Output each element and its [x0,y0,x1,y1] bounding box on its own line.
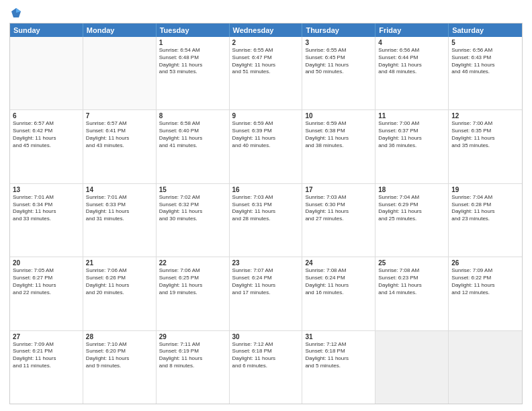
calendar-cell: 19Sunrise: 7:04 AM Sunset: 6:28 PM Dayli… [449,184,522,257]
day-number: 17 [305,186,372,193]
day-number: 1 [159,39,226,46]
calendar-cell: 17Sunrise: 7:03 AM Sunset: 6:30 PM Dayli… [302,184,375,257]
day-number: 30 [232,333,300,340]
calendar-row-1: 1Sunrise: 6:54 AM Sunset: 6:48 PM Daylig… [10,37,522,109]
cell-info: Sunrise: 7:00 AM Sunset: 6:35 PM Dayligh… [451,120,519,149]
calendar-cell: 31Sunrise: 7:12 AM Sunset: 6:18 PM Dayli… [302,331,375,404]
logo-flag-icon [10,7,22,19]
calendar-cell: 30Sunrise: 7:12 AM Sunset: 6:18 PM Dayli… [230,331,303,404]
calendar-body: 1Sunrise: 6:54 AM Sunset: 6:48 PM Daylig… [10,37,522,404]
cell-info: Sunrise: 7:10 AM Sunset: 6:20 PM Dayligh… [86,341,153,370]
cell-info: Sunrise: 7:03 AM Sunset: 6:31 PM Dayligh… [232,194,300,223]
day-number: 19 [451,186,519,193]
calendar-cell: 11Sunrise: 7:00 AM Sunset: 6:37 PM Dayli… [375,110,449,183]
day-number: 2 [232,39,300,46]
cell-info: Sunrise: 7:09 AM Sunset: 6:22 PM Dayligh… [451,267,519,296]
day-number: 4 [378,39,445,46]
day-number: 24 [305,259,372,267]
cell-info: Sunrise: 7:12 AM Sunset: 6:18 PM Dayligh… [232,341,300,370]
cell-info: Sunrise: 6:56 AM Sunset: 6:44 PM Dayligh… [378,47,445,76]
calendar-cell: 25Sunrise: 7:08 AM Sunset: 6:23 PM Dayli… [375,257,449,330]
day-number: 23 [232,259,300,267]
cell-info: Sunrise: 7:01 AM Sunset: 6:34 PM Dayligh… [13,194,80,223]
calendar-cell: 15Sunrise: 7:02 AM Sunset: 6:32 PM Dayli… [157,184,230,257]
calendar-cell [10,37,83,109]
cell-info: Sunrise: 7:02 AM Sunset: 6:32 PM Dayligh… [159,194,226,223]
cell-info: Sunrise: 7:09 AM Sunset: 6:21 PM Dayligh… [13,341,80,370]
day-number: 12 [451,112,519,120]
cell-info: Sunrise: 7:05 AM Sunset: 6:27 PM Dayligh… [13,267,80,296]
logo [9,7,22,19]
calendar-cell: 20Sunrise: 7:05 AM Sunset: 6:27 PM Dayli… [10,257,83,330]
day-number: 13 [13,186,80,193]
calendar-cell: 9Sunrise: 6:59 AM Sunset: 6:39 PM Daylig… [230,110,303,183]
cell-info: Sunrise: 6:56 AM Sunset: 6:43 PM Dayligh… [451,47,519,76]
cell-info: Sunrise: 7:04 AM Sunset: 6:29 PM Dayligh… [378,194,445,223]
cell-info: Sunrise: 7:08 AM Sunset: 6:24 PM Dayligh… [305,267,372,296]
day-number: 6 [13,112,80,120]
calendar-cell: 13Sunrise: 7:01 AM Sunset: 6:34 PM Dayli… [10,184,83,257]
calendar-cell: 14Sunrise: 7:01 AM Sunset: 6:33 PM Dayli… [83,184,157,257]
page-header [9,7,523,19]
calendar-grid: SundayMondayTuesdayWednesdayThursdayFrid… [9,23,523,404]
header-cell-saturday: Saturday [449,24,522,37]
calendar-cell: 21Sunrise: 7:06 AM Sunset: 6:26 PM Dayli… [83,257,157,330]
day-number: 31 [305,333,372,340]
calendar-cell: 7Sunrise: 6:57 AM Sunset: 6:41 PM Daylig… [83,110,157,183]
cell-info: Sunrise: 7:03 AM Sunset: 6:30 PM Dayligh… [305,194,372,223]
calendar-cell [375,331,449,404]
calendar-cell: 2Sunrise: 6:55 AM Sunset: 6:47 PM Daylig… [230,37,303,109]
calendar-cell [83,37,157,109]
day-number: 8 [159,112,226,120]
calendar-cell: 27Sunrise: 7:09 AM Sunset: 6:21 PM Dayli… [10,331,83,404]
day-number: 10 [305,112,372,120]
day-number: 22 [159,259,226,267]
cell-info: Sunrise: 6:59 AM Sunset: 6:38 PM Dayligh… [305,120,372,149]
day-number: 9 [232,112,300,120]
cell-info: Sunrise: 6:59 AM Sunset: 6:39 PM Dayligh… [232,120,300,149]
day-number: 3 [305,39,372,46]
cell-info: Sunrise: 7:06 AM Sunset: 6:26 PM Dayligh… [86,267,153,296]
day-number: 27 [13,333,80,340]
day-number: 18 [378,186,445,193]
calendar-row-3: 13Sunrise: 7:01 AM Sunset: 6:34 PM Dayli… [10,183,522,257]
calendar-cell: 24Sunrise: 7:08 AM Sunset: 6:24 PM Dayli… [302,257,375,330]
cell-info: Sunrise: 7:07 AM Sunset: 6:24 PM Dayligh… [232,267,300,296]
day-number: 5 [451,39,519,46]
cell-info: Sunrise: 7:06 AM Sunset: 6:25 PM Dayligh… [159,267,226,296]
day-number: 7 [86,112,153,120]
calendar-header: SundayMondayTuesdayWednesdayThursdayFrid… [10,24,522,37]
header-cell-monday: Monday [83,24,157,37]
cell-info: Sunrise: 6:58 AM Sunset: 6:40 PM Dayligh… [159,120,226,149]
cell-info: Sunrise: 7:11 AM Sunset: 6:19 PM Dayligh… [159,341,226,370]
cell-info: Sunrise: 7:08 AM Sunset: 6:23 PM Dayligh… [378,267,445,296]
cell-info: Sunrise: 6:57 AM Sunset: 6:42 PM Dayligh… [13,120,80,149]
calendar-cell: 18Sunrise: 7:04 AM Sunset: 6:29 PM Dayli… [375,184,449,257]
day-number: 20 [13,259,80,267]
calendar-cell: 16Sunrise: 7:03 AM Sunset: 6:31 PM Dayli… [230,184,303,257]
day-number: 21 [86,259,153,267]
calendar-cell: 28Sunrise: 7:10 AM Sunset: 6:20 PM Dayli… [83,331,157,404]
header-cell-thursday: Thursday [302,24,375,37]
calendar-page: SundayMondayTuesdayWednesdayThursdayFrid… [0,0,532,411]
cell-info: Sunrise: 6:55 AM Sunset: 6:45 PM Dayligh… [305,47,372,76]
day-number: 14 [86,186,153,193]
header-cell-wednesday: Wednesday [230,24,303,37]
calendar-cell: 6Sunrise: 6:57 AM Sunset: 6:42 PM Daylig… [10,110,83,183]
calendar-cell: 29Sunrise: 7:11 AM Sunset: 6:19 PM Dayli… [157,331,230,404]
calendar-row-5: 27Sunrise: 7:09 AM Sunset: 6:21 PM Dayli… [10,330,522,404]
calendar-cell: 5Sunrise: 6:56 AM Sunset: 6:43 PM Daylig… [449,37,522,109]
day-number: 16 [232,186,300,193]
cell-info: Sunrise: 7:01 AM Sunset: 6:33 PM Dayligh… [86,194,153,223]
calendar-cell: 10Sunrise: 6:59 AM Sunset: 6:38 PM Dayli… [302,110,375,183]
calendar-cell: 12Sunrise: 7:00 AM Sunset: 6:35 PM Dayli… [449,110,522,183]
day-number: 28 [86,333,153,340]
header-cell-sunday: Sunday [10,24,83,37]
header-cell-friday: Friday [375,24,449,37]
day-number: 29 [159,333,226,340]
cell-info: Sunrise: 7:00 AM Sunset: 6:37 PM Dayligh… [378,120,445,149]
cell-info: Sunrise: 6:54 AM Sunset: 6:48 PM Dayligh… [159,47,226,76]
calendar-cell [449,331,522,404]
calendar-cell: 1Sunrise: 6:54 AM Sunset: 6:48 PM Daylig… [157,37,230,109]
calendar-cell: 22Sunrise: 7:06 AM Sunset: 6:25 PM Dayli… [157,257,230,330]
